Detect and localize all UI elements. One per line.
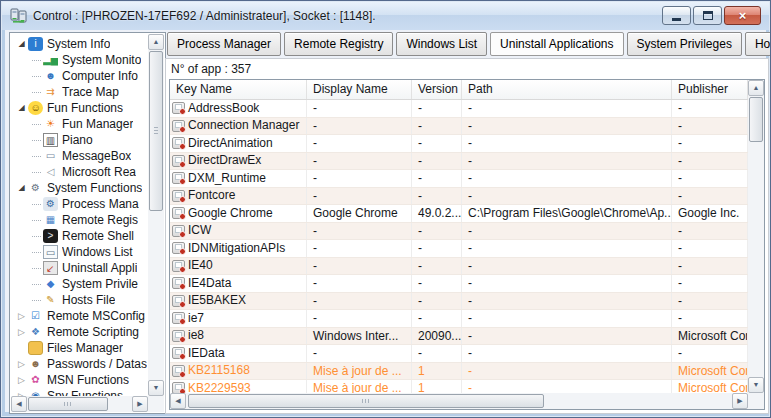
cell-display-name: - <box>307 100 412 117</box>
cell-key-name: KB2229593 <box>170 380 307 393</box>
cell-display-name: Mise à jour de ... <box>307 363 412 380</box>
sidebar-item-messagebox[interactable]: ▭ MessageBox <box>11 148 148 164</box>
tree-expander-icon[interactable]: ▷ <box>15 372 28 388</box>
table-row-ie5bakex[interactable]: IE5BAKEX - - - - <box>170 293 748 311</box>
tree-horizontal-scrollbar[interactable]: ◀ ▶ <box>11 396 148 412</box>
key-name-text: KB2115168 <box>188 363 250 380</box>
tab-hosts-file[interactable]: Hosts File <box>745 32 771 56</box>
cell-version: - <box>412 153 462 170</box>
table-row-directanimation[interactable]: DirectAnimation - - - - <box>170 135 748 153</box>
sidebar-item-system-monito[interactable]: ▂▅▇ System Monito <box>11 52 148 68</box>
cell-version: - <box>412 118 462 135</box>
sidebar-item-process-mana[interactable]: ⚙ Process Mana <box>11 196 148 212</box>
column-header-key-name[interactable]: Key Name <box>170 80 307 99</box>
msconfig-icon: ☑ <box>28 309 43 323</box>
tab-uninstall-applications[interactable]: Uninstall Applications <box>490 32 623 56</box>
table-row-ie4data[interactable]: IE4Data - - - - <box>170 275 748 293</box>
table-row-directdrawex[interactable]: DirectDrawEx - - - - <box>170 153 748 171</box>
scroll-left-button[interactable]: ◀ <box>170 393 186 409</box>
sidebar-item-label: MSN Functions <box>47 372 129 388</box>
table-row-kb2115168[interactable]: KB2115168 Mise à jour de ... 1 - Microso… <box>170 363 748 381</box>
tree-vertical-scrollbar[interactable]: ▲ ▼ <box>148 34 164 396</box>
tree-expander-icon[interactable]: ▷ <box>15 324 28 340</box>
uninstall-app-icon <box>172 190 185 202</box>
column-header-publisher[interactable]: Publisher <box>672 80 748 99</box>
cell-publisher: - <box>672 100 748 117</box>
table-row-idnmitigationapis[interactable]: IDNMitigationAPIs - - - - <box>170 240 748 258</box>
table-vertical-scrollbar[interactable]: ▲ ▼ <box>748 80 764 393</box>
scroll-left-button[interactable]: ◀ <box>11 396 27 412</box>
sidebar-item-computer-info[interactable]: ☻ Computer Info <box>11 68 148 84</box>
sidebar-item-label: System Privile <box>62 276 138 292</box>
cell-display-name: - <box>307 188 412 205</box>
sidebar-item-remote-msconfig[interactable]: ▷ ☑ Remote MSConfig <box>11 308 148 324</box>
table-row-addressbook[interactable]: AddressBook - - - - <box>170 100 748 118</box>
tree-expander-icon[interactable]: ▷ <box>15 356 28 372</box>
sidebar-item-msn-functions[interactable]: ▷ ✿ MSN Functions <box>11 372 148 388</box>
tab-remote-registry[interactable]: Remote Registry <box>284 32 393 56</box>
table-row-ie40[interactable]: IE40 - - - - <box>170 258 748 276</box>
key-name-text: DirectAnimation <box>188 135 273 152</box>
tree-expander-icon[interactable]: ◢ <box>15 180 28 196</box>
sidebar-item-hosts-file[interactable]: ✎ Hosts File <box>11 292 148 308</box>
sidebar-item-trace-map[interactable]: ⇉ Trace Map <box>11 84 148 100</box>
table-row-dxm-runtime[interactable]: DXM_Runtime - - - - <box>170 170 748 188</box>
column-header-path[interactable]: Path <box>462 80 672 99</box>
scroll-right-button[interactable]: ▶ <box>132 396 148 412</box>
cell-publisher: - <box>672 275 748 292</box>
tree-expander-icon[interactable]: ◢ <box>15 100 28 116</box>
sidebar-item-spy-functions[interactable]: ▷ ◉ Spy Functions <box>11 388 148 396</box>
table-horizontal-scrollbar[interactable]: ◀ ▶ <box>170 393 748 409</box>
table-row-ie8[interactable]: ie8 Windows Inter... 20090... - Microsof… <box>170 328 748 346</box>
sidebar-item-passwords-datas[interactable]: ▷ ☻ Passwords / Datas <box>11 356 148 372</box>
cell-publisher: - <box>672 258 748 275</box>
maximize-button[interactable] <box>693 6 722 25</box>
sidebar-item-system-functions[interactable]: ◢ ⚙ System Functions <box>11 180 148 196</box>
cell-path: - <box>462 170 672 187</box>
scrollbar-thumb[interactable] <box>749 97 763 142</box>
sidebar-item-remote-shell[interactable]: > Remote Shell <box>11 228 148 244</box>
scroll-down-button[interactable]: ▼ <box>148 380 164 396</box>
tree-expander-icon[interactable]: ▷ <box>15 308 28 324</box>
scrollbar-thumb[interactable] <box>188 394 544 408</box>
scroll-up-button[interactable]: ▲ <box>748 80 764 96</box>
tab-label: Process Manager <box>177 37 271 51</box>
scrollbar-thumb[interactable] <box>28 397 108 411</box>
tab-process-manager[interactable]: Process Manager <box>167 32 281 56</box>
sidebar-item-remote-regis[interactable]: ▦ Remote Regis <box>11 212 148 228</box>
cell-version: - <box>412 188 462 205</box>
column-header-display-name[interactable]: Display Name <box>307 80 412 99</box>
sidebar-item-system-info[interactable]: ◢ i System Info <box>11 36 148 52</box>
sidebar-item-files-manager[interactable]: Files Manager <box>11 340 148 356</box>
minimize-button[interactable] <box>662 6 691 25</box>
sidebar-item-fun-manager[interactable]: ☀ Fun Manager <box>11 116 148 132</box>
sidebar-item-fun-functions[interactable]: ◢ ☺ Fun Functions <box>11 100 148 116</box>
piano-icon: ▥ <box>43 133 58 147</box>
cell-version: - <box>412 100 462 117</box>
cell-key-name: DirectAnimation <box>170 135 307 152</box>
scroll-right-button[interactable]: ▶ <box>732 393 748 409</box>
sidebar-item-system-privile[interactable]: ◆ System Privile <box>11 276 148 292</box>
table-row-iedata[interactable]: IEData - - - - <box>170 345 748 363</box>
table-row-ie7[interactable]: ie7 - - - - <box>170 310 748 328</box>
table-row-connection-manager[interactable]: Connection Manager - - - - <box>170 118 748 136</box>
table-row-google-chrome[interactable]: Google Chrome Google Chrome 49.0.2... C:… <box>170 205 748 223</box>
tab-system-privileges[interactable]: System Privileges <box>627 32 742 56</box>
tab-windows-list[interactable]: Windows List <box>396 32 487 56</box>
column-header-version[interactable]: Version <box>412 80 462 99</box>
close-button[interactable]: × <box>724 6 761 25</box>
tree-expander-icon[interactable]: ◢ <box>15 36 28 52</box>
sidebar-item-uninstall-appli[interactable]: ↙ Uninstall Appli <box>11 260 148 276</box>
table-row-kb2229593[interactable]: KB2229593 Mise à jour de ... 1 - Microso… <box>170 380 748 393</box>
sidebar-item-remote-scripting[interactable]: ▷ ❖ Remote Scripting <box>11 324 148 340</box>
table-row-icw[interactable]: ICW - - - - <box>170 223 748 241</box>
scrollbar-thumb[interactable] <box>149 51 163 211</box>
scroll-down-button[interactable]: ▼ <box>748 377 764 393</box>
sidebar-item-microsoft-rea[interactable]: ◁ Microsoft Rea <box>11 164 148 180</box>
scroll-up-button[interactable]: ▲ <box>148 34 164 50</box>
sidebar-item-piano[interactable]: ▥ Piano <box>11 132 148 148</box>
tree-expander-icon[interactable]: ▷ <box>15 388 28 396</box>
cell-version: - <box>412 135 462 152</box>
table-row-fontcore[interactable]: Fontcore - - - - <box>170 188 748 206</box>
sidebar-item-windows-list[interactable]: ▭ Windows List <box>11 244 148 260</box>
